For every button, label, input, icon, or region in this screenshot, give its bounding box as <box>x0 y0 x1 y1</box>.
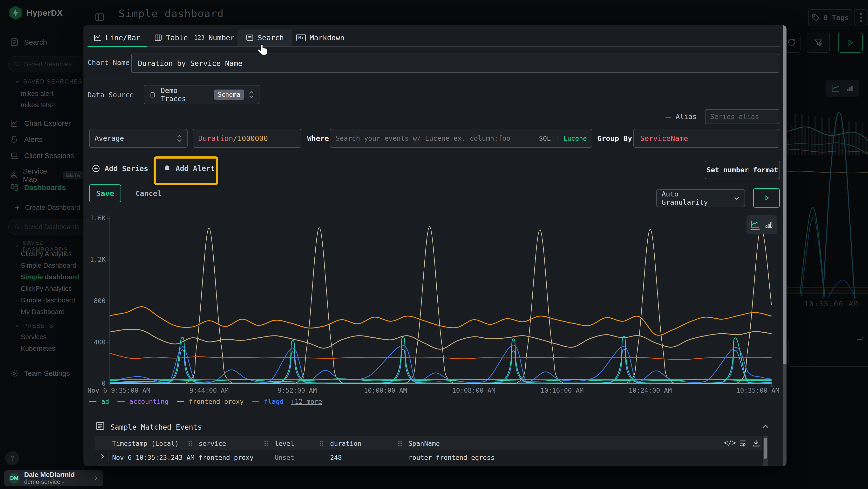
add-series-button[interactable]: Add Series <box>92 164 148 173</box>
column-header[interactable]: SpanName <box>408 440 440 447</box>
cell-timestamp[interactable]: Nov 6 10:35:23.243 AM <box>112 465 194 466</box>
metric-op-token: / <box>233 134 238 143</box>
legend-item[interactable]: flagd <box>264 398 283 405</box>
cell-level[interactable]: Unset <box>275 465 294 466</box>
view-code-button[interactable]: </> <box>724 439 736 447</box>
tab-label: Search <box>258 33 284 42</box>
modal-scrollbar[interactable] <box>783 25 786 466</box>
cell-spanname[interactable]: router frontend egress <box>408 465 495 466</box>
bar-chart-icon[interactable] <box>765 220 773 230</box>
line-chart-icon <box>94 33 102 42</box>
wrap-lines-button[interactable] <box>738 439 747 448</box>
y-tick-label: 0 <box>84 380 105 387</box>
alias-dash <box>665 117 671 118</box>
group-by-label: Group By <box>597 134 632 143</box>
legend-more-button[interactable]: +12 more <box>291 398 322 405</box>
granularity-select[interactable]: Auto Granularity <box>656 189 745 207</box>
chart-series-blue-secondary <box>110 349 772 383</box>
alias-field[interactable] <box>705 109 779 124</box>
group-by-input[interactable] <box>634 130 779 147</box>
line-chart-icon[interactable] <box>750 219 760 230</box>
timeseries-chart[interactable] <box>110 215 772 387</box>
app-root: HyperDX Simple dashboard 0 Tags Search <box>0 0 868 489</box>
x-tick-label: 10:16:00 AM <box>526 387 598 394</box>
legend-item[interactable]: accounting <box>129 398 169 405</box>
chevron-down-icon <box>734 195 740 202</box>
markdown-icon: M↓ <box>296 34 306 41</box>
data-source-select[interactable]: Demo Traces Schema <box>144 85 259 104</box>
group-by-field[interactable] <box>633 129 779 148</box>
drag-handle-icon[interactable] <box>398 441 402 447</box>
tab-label: Number <box>208 33 235 42</box>
cell-duration[interactable]: 248 <box>330 454 342 461</box>
cell-service[interactable]: frontend-proxy <box>199 454 254 461</box>
where-field[interactable]: SQL | Lucene <box>330 129 592 148</box>
tab-markdown[interactable]: M↓ Markdown <box>294 29 347 46</box>
cell-spanname[interactable]: router frontend egress <box>408 454 495 461</box>
tab-number[interactable]: 123 Number <box>192 29 237 46</box>
chart-series-unlabeled-spikes <box>110 227 772 383</box>
where-input[interactable] <box>335 134 534 143</box>
cell-level[interactable]: Unset <box>275 454 294 461</box>
tab-table[interactable]: Table <box>151 29 191 46</box>
legend-dash <box>177 401 184 402</box>
cell-timestamp[interactable]: Nov 6 10:35:23.243 AM <box>112 454 194 461</box>
drag-handle-icon[interactable] <box>320 441 323 447</box>
cell-service[interactable]: frontend-proxy <box>199 465 254 466</box>
edit-chart-modal: Line/Bar Table 123 Number Search M↓ Mark… <box>84 25 786 466</box>
column-header[interactable]: duration <box>330 440 362 447</box>
chart-series-dark-orange-flat <box>110 353 772 359</box>
legend-dash <box>117 401 125 402</box>
column-header[interactable]: service <box>199 440 226 447</box>
drag-handle-icon[interactable] <box>189 441 192 447</box>
cell-duration[interactable]: 248 <box>330 465 342 466</box>
download-button[interactable] <box>752 439 761 448</box>
cancel-button[interactable]: Cancel <box>135 189 161 198</box>
alias-label: Alias <box>676 113 696 121</box>
legend-dash <box>89 401 96 402</box>
modal-scrollbar-thumb[interactable] <box>783 25 786 364</box>
aggregation-select[interactable]: Average <box>89 129 188 148</box>
drag-handle-icon[interactable] <box>265 441 268 447</box>
lucene-toggle[interactable]: Lucene <box>563 135 587 142</box>
play-icon <box>763 195 770 201</box>
metric-expression-field[interactable]: Duration/1000000 <box>193 129 301 148</box>
chart-name-input[interactable] <box>132 54 779 73</box>
table-icon <box>154 33 162 42</box>
legend-item[interactable]: ad <box>101 398 109 405</box>
tab-track <box>88 46 779 47</box>
x-tick-label: 9:52:00 AM <box>261 387 334 394</box>
user-card[interactable]: DM Dale McDiarmid demo-service - <box>4 470 103 486</box>
tab-line-bar[interactable]: Line/Bar <box>87 29 147 46</box>
lang-separator: | <box>555 135 559 142</box>
sample-events-title: Sample Matched Events <box>111 423 202 431</box>
column-header[interactable]: level <box>275 440 294 447</box>
chart-name-field[interactable] <box>131 54 779 73</box>
x-tick-label: 10:08:00 AM <box>438 387 510 394</box>
legend-item[interactable]: frontend-proxy <box>189 398 244 405</box>
data-source-label: Data Source <box>88 91 134 99</box>
updown-chevrons-icon <box>177 134 182 142</box>
tab-label: Markdown <box>310 33 345 42</box>
column-header[interactable]: Timestamp (Local) <box>112 440 179 447</box>
x-axis-labels: Nov 6 9:35:00 AM9:44:00 AM9:52:00 AM10:0… <box>84 387 786 396</box>
table-scrollbar-thumb[interactable] <box>764 438 767 459</box>
expand-row-button[interactable] <box>99 464 106 466</box>
tab-label: Line/Bar <box>105 33 141 42</box>
run-chart-button[interactable] <box>753 188 780 207</box>
set-number-format-button[interactable]: Set number format <box>705 161 780 179</box>
set-number-format-label: Set number format <box>707 166 778 174</box>
collapse-section-button[interactable] <box>762 422 770 431</box>
add-series-label: Add Series <box>105 164 148 173</box>
chevron-up-icon <box>762 422 770 431</box>
legend-dash <box>252 401 259 402</box>
y-tick-label: 1.6K <box>84 214 105 222</box>
table-scrollbar[interactable] <box>763 436 768 466</box>
chart-type-toggle[interactable] <box>746 215 777 234</box>
x-tick-label: 9:44:00 AM <box>173 387 245 394</box>
x-tick-label: Nov 6 9:35:00 AM <box>88 387 150 394</box>
save-button[interactable]: Save <box>89 184 121 202</box>
sql-toggle[interactable]: SQL <box>539 135 551 142</box>
alias-input[interactable] <box>706 110 779 123</box>
expand-row-button[interactable] <box>99 453 106 460</box>
